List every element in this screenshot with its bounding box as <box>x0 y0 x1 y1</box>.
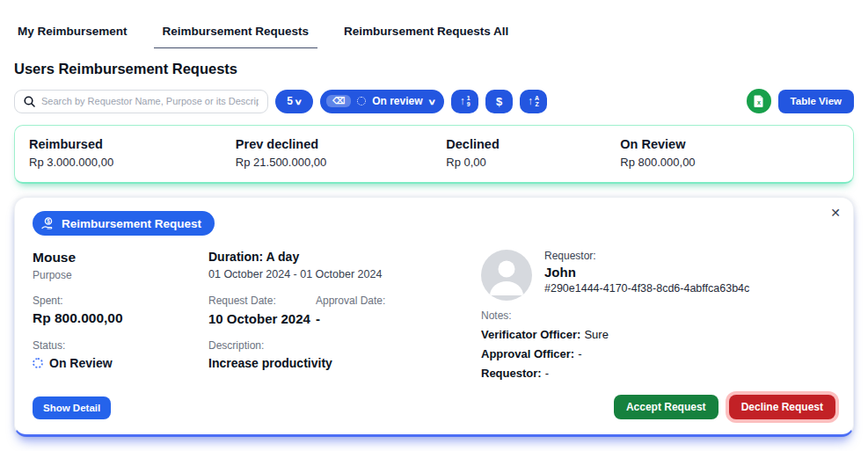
purpose-value: Mouse <box>33 250 208 266</box>
duration-label: Duration: A day <box>208 250 481 264</box>
accept-request-button[interactable]: Accept Request <box>614 395 718 419</box>
stat-reimbursed: Reimbursed Rp 3.000.000,00 <box>29 137 236 169</box>
tab-reimbursement-requests[interactable]: Reimbursement Requests <box>161 21 311 48</box>
person-icon <box>481 250 532 301</box>
arrow-up-icon: ↑ <box>528 95 533 107</box>
stat-label: Declined <box>446 137 620 151</box>
stat-value: Rp 21.500.000,00 <box>236 156 446 169</box>
tab-bar: My Reimbursement Reimbursement Requests … <box>14 16 854 48</box>
status-badge: On Review <box>33 356 208 370</box>
card-footer: Show Detail Accept Request Decline Reque… <box>33 395 835 419</box>
toolbar: 5∨ ⌫ On review ∨ ↑ 19 $ ↑ AZ x Table Vie… <box>14 89 854 113</box>
sort-alpha-button[interactable]: ↑ AZ <box>520 90 547 113</box>
note-approval: Approval Officer:- <box>481 347 835 360</box>
chevron-down-icon: ∨ <box>294 98 303 106</box>
svg-text:x: x <box>757 99 761 105</box>
sort-numeric-button[interactable]: ↑ 19 <box>451 90 478 113</box>
dates-grid: Request Date: Approval Date: 10 October … <box>208 295 481 326</box>
stat-label: On Review <box>620 137 839 151</box>
stat-label: Prev declined <box>236 137 446 151</box>
sort-alpha-icon: AZ <box>535 95 539 107</box>
stat-label: Reimbursed <box>29 137 236 151</box>
clear-filter-icon[interactable]: ⌫ <box>326 95 351 107</box>
note-verificator: Verificator Officer:Sure <box>481 328 835 341</box>
status-label: Status: <box>33 339 208 352</box>
spent-label: Spent: <box>33 295 208 307</box>
stat-value: Rp 0,00 <box>446 156 620 169</box>
page: My Reimbursement Reimbursement Requests … <box>0 0 868 437</box>
spinner-icon <box>33 358 43 368</box>
requestor-name: John <box>544 265 749 280</box>
purpose-column: Mouse Purpose Spent: Rp 800.000,00 Statu… <box>33 250 208 380</box>
card-badge-label: Reimbursement Request <box>62 217 201 230</box>
table-view-button[interactable]: Table View <box>778 90 854 113</box>
status-value: On Review <box>49 356 113 370</box>
notes-section: Notes: Verificator Officer:Sure Approval… <box>481 309 835 380</box>
export-excel-button[interactable]: x <box>747 89 771 113</box>
card-body: Mouse Purpose Spent: Rp 800.000,00 Statu… <box>33 250 835 380</box>
search-icon <box>24 96 35 107</box>
svg-text:$: $ <box>47 218 50 225</box>
search-input[interactable] <box>41 96 259 106</box>
show-detail-button[interactable]: Show Detail <box>33 396 111 419</box>
description-label: Description: <box>208 339 481 352</box>
excel-file-icon: x <box>754 95 764 107</box>
summary-bar: Reimbursed Rp 3.000.000,00 Prev declined… <box>14 125 854 184</box>
avatar <box>481 250 532 301</box>
chevron-down-icon: ∨ <box>427 98 436 106</box>
decline-request-button[interactable]: Decline Request <box>729 395 835 419</box>
requestor-label: Requestor: <box>544 250 749 262</box>
stat-declined: Declined Rp 0,00 <box>446 137 620 169</box>
approval-date-value: - <box>316 311 481 326</box>
stat-prev-declined: Prev declined Rp 21.500.000,00 <box>236 137 446 169</box>
notes-label: Notes: <box>481 309 835 322</box>
note-requestor: Requestor:- <box>481 367 835 380</box>
page-size-value: 5 <box>287 95 293 107</box>
hand-dollar-icon: $ <box>41 217 55 230</box>
tab-reimbursement-requests-all[interactable]: Reimbursement Requests All <box>342 21 510 48</box>
requestor-row: Requestor: John #290e1444-4170-4f38-8cd6… <box>481 250 835 301</box>
purpose-label: Purpose <box>33 269 208 281</box>
dates-column: Duration: A day 01 October 2024 - 01 Oct… <box>208 250 481 380</box>
stat-on-review: On Review Rp 800.000,00 <box>620 137 839 169</box>
request-date-value: 10 October 2024 <box>208 311 316 326</box>
description-value: Increase productivity <box>208 356 481 370</box>
action-buttons: Accept Request Decline Request <box>614 395 835 419</box>
page-size-dropdown[interactable]: 5∨ <box>275 90 313 113</box>
stat-value: Rp 3.000.000,00 <box>29 156 236 169</box>
card-badge: $ Reimbursement Request <box>33 211 215 236</box>
page-title: Users Reimbursement Requests <box>14 61 854 77</box>
search-box[interactable] <box>14 90 268 113</box>
approval-date-label: Approval Date: <box>316 295 481 307</box>
requestor-id: #290e1444-4170-4f38-8cd6-4abffca63b4c <box>544 282 749 295</box>
tab-my-reimbursement[interactable]: My Reimbursement <box>16 21 129 48</box>
requestor-column: Requestor: John #290e1444-4170-4f38-8cd6… <box>481 250 835 380</box>
request-card: ✕ $ Reimbursement Request Mouse Purpose … <box>14 197 854 437</box>
request-date-label: Request Date: <box>208 295 316 307</box>
sort-amount-button[interactable]: $ <box>485 90 513 113</box>
dollar-icon: $ <box>496 95 502 108</box>
requestor-info: Requestor: John #290e1444-4170-4f38-8cd6… <box>544 250 749 301</box>
spent-value: Rp 800.000,00 <box>33 310 208 326</box>
arrow-up-icon: ↑ <box>460 95 465 107</box>
status-filter-value: On review <box>372 95 422 107</box>
status-filter-dropdown[interactable]: ⌫ On review ∨ <box>320 90 444 113</box>
sort-numeric-icon: 19 <box>467 95 470 107</box>
stat-value: Rp 800.000,00 <box>620 156 839 169</box>
duration-range: 01 October 2024 - 01 October 2024 <box>208 268 481 280</box>
spinner-icon <box>357 97 366 105</box>
close-icon[interactable]: ✕ <box>830 206 841 220</box>
